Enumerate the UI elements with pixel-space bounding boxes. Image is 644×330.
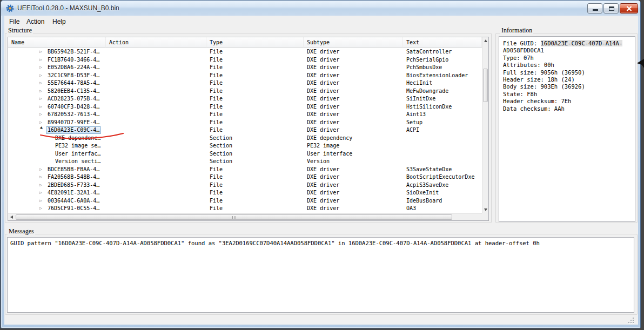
table-row[interactable]: User interfac…SectionUser interface (8, 150, 482, 158)
subtype-cell: DXE dependency (304, 134, 403, 143)
tree-item-label: DXE dependenc… (55, 135, 100, 142)
action-cell (106, 126, 206, 134)
info-line: Data checksum: AAh (503, 105, 631, 112)
table-row[interactable]: ▷2BDED685-F733-4…FileDXE driverAcpiS3Sav… (8, 181, 482, 190)
table-row[interactable]: ▷00364A4C-6A0A-4…FileDXE driverIdeBusBoa… (8, 197, 482, 205)
expander-collapsed-icon[interactable]: ▷ (39, 72, 48, 80)
horizontal-scrollbar[interactable] (8, 213, 488, 220)
menu-item-help[interactable]: Help (51, 17, 68, 26)
vertical-scrollbar-thumb[interactable] (483, 69, 488, 102)
scroll-left-icon[interactable] (10, 215, 13, 219)
type-cell: Section (206, 142, 304, 150)
scroll-up-icon[interactable] (484, 39, 487, 42)
table-row[interactable]: ▷E052D8A6-224A-4…FileDXE driverPchSmbusD… (8, 64, 482, 72)
expander-collapsed-icon[interactable]: ▷ (39, 56, 48, 64)
titlebar[interactable]: UEFITool 0.28.0 - MAXSUN_B0.bin (1, 1, 640, 16)
desktop: UEFITool 0.28.0 - MAXSUN_B0.bin File Act (0, 0, 644, 330)
action-cell (106, 189, 206, 197)
table-row[interactable]: ▷60740CF3-D428-4…FileDXE driverHstiSilic… (8, 103, 482, 111)
type-cell: File (206, 79, 304, 87)
text-cell: BootScriptExecutorDxe (403, 173, 482, 181)
expander-collapsed-icon[interactable]: ▷ (39, 197, 48, 205)
expander-collapsed-icon[interactable]: ▷ (39, 119, 48, 127)
resize-grip[interactable] (627, 316, 634, 323)
table-row[interactable]: PE32 image se…SectionPE32 image (8, 142, 482, 150)
info-line: Full size: 9056h (36950) (503, 69, 631, 76)
expander-collapsed-icon[interactable]: ▷ (39, 79, 48, 87)
column-header-subtype[interactable]: Subtype (304, 37, 403, 48)
structure-tree[interactable]: NameActionTypeSubtypeText ▷BB65942B-521F… (8, 37, 489, 221)
text-cell: PchSmbusDxe (403, 64, 482, 72)
scroll-down-icon[interactable] (484, 208, 487, 211)
scrollbar-corner (482, 213, 488, 220)
close-icon (626, 6, 632, 11)
text-cell: ACPI (403, 126, 482, 134)
table-row[interactable]: DXE dependenc…SectionDXE dependency (8, 134, 482, 143)
horizontal-scrollbar-thumb[interactable] (16, 214, 452, 220)
expander-collapsed-icon[interactable]: ▷ (39, 173, 48, 181)
tree-item-label: 00364A4C-6A0A-4… (48, 198, 99, 204)
subtype-cell: DXE driver (304, 166, 403, 174)
expander-collapsed-icon[interactable]: ▷ (39, 111, 48, 119)
table-row-selected[interactable]: ▶16D0A23E-C09C-4…FileDXE driverACPI (8, 126, 482, 134)
action-cell (106, 48, 206, 56)
table-row[interactable]: ▷FA20568B-548B-4…FileDXE driverBootScrip… (8, 173, 482, 181)
name-cell: ▷BDCE85BB-FBAA-4… (8, 166, 106, 174)
maximize-button[interactable] (603, 3, 619, 14)
minimize-button[interactable] (587, 3, 602, 14)
column-header-action[interactable]: Action (106, 37, 206, 48)
table-row[interactable]: ▷32C1C9F8-D53F-4…FileDXE driverBiosExten… (8, 72, 482, 80)
action-cell (106, 134, 206, 143)
expander-collapsed-icon[interactable]: ▷ (39, 95, 48, 103)
text-cell: BiosExtensionLoader (403, 72, 482, 80)
name-cell: ▷60740CF3-D428-4… (8, 103, 106, 111)
table-row[interactable]: ▷55E76644-78A5-4…FileDXE driverHeciInit (8, 79, 482, 87)
expander-collapsed-icon[interactable]: ▷ (39, 48, 48, 56)
name-cell: ▷2BDED685-F733-4… (8, 181, 106, 190)
information-text[interactable]: File GUID: 16D0A23E-C09C-407D-A14A- AD05… (499, 36, 635, 222)
expander-collapsed-icon[interactable]: ▷ (39, 181, 48, 190)
table-row[interactable]: Version secti…SectionVersion (8, 158, 482, 166)
expander-collapsed-icon[interactable]: ▷ (39, 166, 48, 174)
tree-item-label: ACD28235-075B-4… (48, 96, 99, 102)
table-row[interactable]: ▷5820EEB4-C135-4…FileDXE driverMeFwDowng… (8, 87, 482, 96)
expander-collapsed-icon[interactable]: ▷ (39, 189, 48, 197)
type-cell: File (206, 189, 304, 197)
column-header-type[interactable]: Type (206, 37, 304, 48)
tree-item-label: 76D5CF91-0C55-4… (48, 205, 99, 212)
message-row[interactable]: GUID pattern "16D0A23E-C09C-407D-A14A-AD… (10, 239, 631, 247)
expander-collapsed-icon[interactable]: ▷ (39, 205, 48, 213)
text-cell: Aint13 (403, 111, 482, 119)
table-row[interactable]: ▷FC1B7640-3466-4…FileDXE driverPchSerial… (8, 56, 482, 64)
subtype-cell: DXE driver (304, 56, 403, 64)
close-button[interactable] (620, 3, 638, 14)
type-cell: Section (206, 158, 304, 166)
subtype-cell: DXE driver (304, 95, 403, 103)
messages-list[interactable]: GUID pattern "16D0A23E-C09C-407D-A14A-AD… (7, 237, 634, 313)
vertical-scrollbar[interactable] (482, 37, 488, 213)
table-row[interactable]: ▷4E82091E-32A1-4…FileDXE driverSioDxeIni… (8, 189, 482, 197)
tree-item-label: User interfac… (55, 151, 100, 157)
text-cell: AcpiS3SaveDxe (403, 181, 482, 190)
expander-collapsed-icon[interactable]: ▷ (39, 103, 48, 111)
table-row[interactable]: ▷67820532-7613-4…FileDXE driverAint13 (8, 111, 482, 119)
action-cell (106, 181, 206, 190)
column-header-text[interactable]: Text (403, 37, 482, 48)
name-cell: ▷67820532-7613-4… (8, 111, 106, 119)
action-cell (106, 56, 206, 64)
table-row[interactable]: ▷899407D7-99FE-4…FileDXE driverSetup (8, 119, 482, 127)
menu-item-action[interactable]: Action (25, 17, 46, 26)
expander-collapsed-icon[interactable]: ▷ (39, 64, 48, 72)
action-cell (106, 166, 206, 174)
messages-label: Messages (8, 227, 35, 235)
text-cell: MeFwDowngrade (403, 87, 482, 96)
menu-item-file[interactable]: File (8, 17, 21, 26)
column-header-name[interactable]: Name (8, 37, 106, 48)
table-row[interactable]: ▷BDCE85BB-FBAA-4…FileDXE driverS3SaveSta… (8, 166, 482, 174)
expander-collapsed-icon[interactable]: ▷ (39, 87, 48, 96)
table-row[interactable]: ▷76D5CF91-0C55-4…FileDXE driverOA3 (8, 205, 482, 213)
text-cell: IdeBusBoard (403, 197, 482, 205)
table-row[interactable]: ▷BB65942B-521F-4…FileDXE driverSataContr… (8, 48, 482, 56)
minimize-icon (593, 9, 598, 11)
table-row[interactable]: ▷ACD28235-075B-4…FileDXE driverSiInitDxe (8, 95, 482, 103)
